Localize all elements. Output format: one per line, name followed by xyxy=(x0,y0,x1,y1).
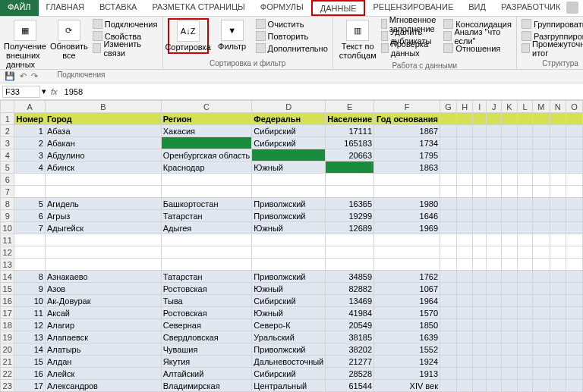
col-header[interactable]: I xyxy=(473,101,487,113)
col-header[interactable]: C xyxy=(161,101,252,113)
flash-icon xyxy=(381,19,387,29)
name-box[interactable]: F33 xyxy=(2,86,40,98)
refresh-all-button[interactable]: ⟳ Обновитьвсе xyxy=(49,18,90,61)
reapply-button[interactable]: Повторить xyxy=(256,30,328,42)
row-header[interactable]: 9 xyxy=(1,210,14,222)
row-header[interactable]: 11 xyxy=(1,234,14,246)
table-row[interactable]: 54АбинскКраснодарЮжный1863 xyxy=(1,162,583,174)
relations-button[interactable]: Отношения xyxy=(443,42,512,54)
col-header[interactable]: O xyxy=(566,101,582,113)
tab-layout[interactable]: РАЗМЕТКА СТРАНИЦЫ xyxy=(144,0,252,16)
tab-formulas[interactable]: ФОРМУЛЫ xyxy=(253,0,311,16)
ungroup-icon xyxy=(522,31,531,41)
table-row[interactable]: 6 xyxy=(1,174,583,186)
tab-home[interactable]: ГЛАВНАЯ xyxy=(39,0,92,16)
get-external-data-button[interactable]: ▦ Получениевнешних данных xyxy=(5,18,46,71)
filter-button[interactable]: ▼ Фильтр xyxy=(212,18,253,52)
data-validation-button[interactable]: Проверка данных xyxy=(381,42,441,54)
table-row[interactable]: 32АбаканСибирский1651831734 xyxy=(1,137,583,149)
row-header[interactable]: 16 xyxy=(1,295,14,307)
col-header[interactable]: K xyxy=(501,101,517,113)
whatif-icon xyxy=(443,31,452,41)
table-row[interactable]: 12 xyxy=(1,246,583,259)
table-row[interactable]: 148АзнакаевоТатарстанПриволжский34859176… xyxy=(1,271,583,283)
worksheet[interactable]: ABCDEFGHIJKLMNO1НомерГородРегионФедераль… xyxy=(0,100,583,392)
row-header[interactable]: 23 xyxy=(1,380,14,392)
group-button[interactable]: Группировать xyxy=(522,18,583,30)
row-header[interactable]: 14 xyxy=(1,271,14,283)
tab-data[interactable]: ДАННЫЕ xyxy=(311,0,366,16)
table-row[interactable]: 1913АлапаевскСвердловскаяУральский381851… xyxy=(1,331,583,343)
row-header[interactable]: 7 xyxy=(1,186,14,198)
table-row[interactable]: 2317АлександровВладимирскаяЦентральный61… xyxy=(1,380,583,392)
row-header[interactable]: 22 xyxy=(1,368,14,380)
tab-view[interactable]: ВИД xyxy=(461,0,493,16)
table-row[interactable]: 2216АлейскАлтайскийСибирский285281913 xyxy=(1,368,583,380)
tab-file[interactable]: ФАЙЛ xyxy=(0,0,39,16)
col-header[interactable]: L xyxy=(517,101,532,113)
table-row[interactable]: 1711АксайРостовскаяЮжный419841570 xyxy=(1,307,583,319)
row-header[interactable]: 6 xyxy=(1,174,14,186)
edit-icon xyxy=(93,43,102,53)
dup-icon xyxy=(381,31,388,41)
row-header[interactable]: 20 xyxy=(1,343,14,356)
text-to-columns-button[interactable]: ▥ Текст постолбцам xyxy=(338,18,378,61)
edit-links-button[interactable]: Изменить связи xyxy=(93,42,158,54)
table-row[interactable]: 1610Ак-ДовуракТываСибирский134691964 xyxy=(1,295,583,307)
sort-button[interactable]: A↓Z Сортировка xyxy=(168,18,209,54)
check-icon xyxy=(381,43,389,53)
col-header[interactable]: B xyxy=(45,101,161,113)
col-header[interactable]: J xyxy=(487,101,502,113)
table-row[interactable]: 11 xyxy=(1,234,583,246)
row-header[interactable]: 1 xyxy=(1,113,14,125)
fx-icon[interactable]: fx xyxy=(48,87,61,96)
props-icon xyxy=(93,31,102,41)
table-row[interactable]: 21АбазаХакасияСибирский171111867 xyxy=(1,125,583,137)
table-row[interactable]: 13 xyxy=(1,259,583,271)
col-header[interactable]: H xyxy=(456,101,472,113)
row-header[interactable]: 10 xyxy=(1,222,14,234)
col-header[interactable]: E xyxy=(326,101,374,113)
table-row[interactable]: 85АгидельБашкортостанПриволжский16365198… xyxy=(1,198,583,210)
row-header[interactable]: 12 xyxy=(1,246,14,259)
col-header[interactable]: N xyxy=(550,101,566,113)
user-icon[interactable] xyxy=(566,2,578,14)
clear-button[interactable]: Очистить xyxy=(256,18,328,30)
tab-dev[interactable]: РАЗРАБОТЧИК xyxy=(493,0,568,16)
table-row[interactable]: 1812АлагирСевернаяСеверо-К205491850 xyxy=(1,319,583,331)
row-header[interactable]: 15 xyxy=(1,283,14,295)
table-row[interactable]: 43АбдулиноОренбургская область206631795 xyxy=(1,149,583,162)
what-if-button[interactable]: Анализ "что если" xyxy=(443,30,512,42)
col-header[interactable]: D xyxy=(252,101,326,113)
tab-insert[interactable]: ВСТАВКА xyxy=(92,0,144,16)
dropdown-icon[interactable]: ▾ xyxy=(42,86,46,96)
tab-review[interactable]: РЕЦЕНЗИРОВАНИЕ xyxy=(365,0,461,16)
row-header[interactable]: 17 xyxy=(1,307,14,319)
table-row[interactable]: 96АгрызТатарстанПриволжский192991646 xyxy=(1,210,583,222)
row-header[interactable]: 2 xyxy=(1,125,14,137)
table-row[interactable]: 107АдыгейскАдыгеяЮжный126891969 xyxy=(1,222,583,234)
columns-icon: ▥ xyxy=(346,20,369,41)
row-header[interactable]: 13 xyxy=(1,259,14,271)
subtotal-button[interactable]: Промежуточный итог xyxy=(522,42,583,54)
connections-button[interactable]: Подключения xyxy=(93,18,158,30)
row-header[interactable]: 3 xyxy=(1,137,14,149)
row-header[interactable]: 5 xyxy=(1,162,14,174)
row-header[interactable]: 4 xyxy=(1,149,14,162)
table-row[interactable]: 159АзовРостовскаяЮжный828821067 xyxy=(1,283,583,295)
col-header[interactable]: G xyxy=(440,101,457,113)
col-header[interactable]: F xyxy=(374,101,440,113)
row-header[interactable]: 18 xyxy=(1,319,14,331)
advanced-button[interactable]: Дополнительно xyxy=(256,42,328,54)
col-header[interactable]: M xyxy=(533,101,550,113)
table-row[interactable]: 2014АлатырьЧувашияПриволжский382021552 xyxy=(1,343,583,356)
col-header[interactable]: A xyxy=(14,101,46,113)
row-header[interactable]: 8 xyxy=(1,198,14,210)
formula-input[interactable]: 1958 xyxy=(62,86,85,97)
row-header[interactable]: 21 xyxy=(1,356,14,368)
group-connections-label: Подключения xyxy=(5,71,158,79)
table-row[interactable]: 7 xyxy=(1,186,583,198)
group-outline-label: Структура xyxy=(522,59,583,67)
row-header[interactable]: 19 xyxy=(1,331,14,343)
table-row[interactable]: 2115АлданЯкутияДальневосточный212771924 xyxy=(1,356,583,368)
